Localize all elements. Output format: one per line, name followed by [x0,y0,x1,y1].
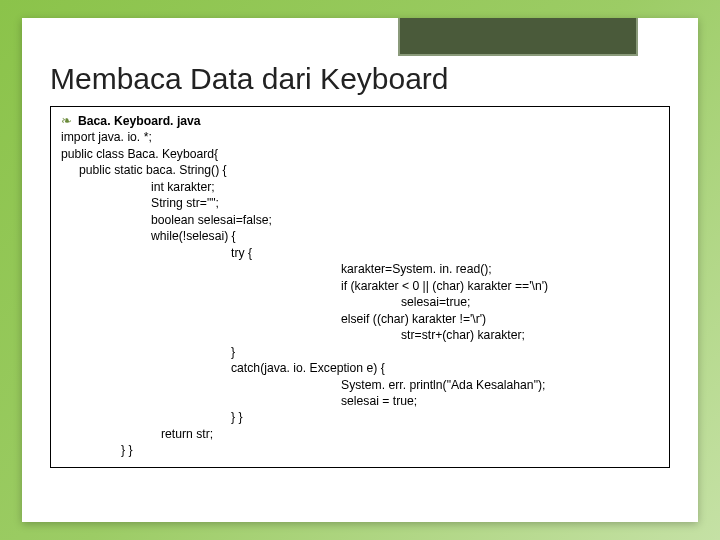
code-line: String str=""; [61,195,659,211]
content-box: ❧ Baca. Keyboard. java import java. io. … [50,106,670,468]
code-line: karakter=System. in. read(); [61,261,659,277]
code-line: } [61,344,659,360]
code-line: if (karakter < 0 || (char) karakter =='\… [61,278,659,294]
code-line: } } [61,409,659,425]
slide-title: Membaca Data dari Keyboard [50,62,670,96]
code-line: public static baca. String() { [61,162,659,178]
slide-card: Membaca Data dari Keyboard ❧ Baca. Keybo… [22,18,698,522]
code-line: return str; [61,426,659,442]
code-line: import java. io. *; [61,129,659,145]
code-line: selesai = true; [61,393,659,409]
code-line: public class Baca. Keyboard{ [61,146,659,162]
code-line: System. err. println("Ada Kesalahan"); [61,377,659,393]
code-line: str=str+(char) karakter; [61,327,659,343]
leaf-icon: ❧ [61,114,72,127]
code-line: catch(java. io. Exception e) { [61,360,659,376]
code-line: selesai=true; [61,294,659,310]
code-line: try { [61,245,659,261]
code-line: } } [61,442,659,458]
accent-box [398,18,638,56]
code-filename: Baca. Keyboard. java [78,113,201,129]
code-line: elseif ((char) karakter !='\r') [61,311,659,327]
code-line: int karakter; [61,179,659,195]
code-line: while(!selesai) { [61,228,659,244]
code-line: boolean selesai=false; [61,212,659,228]
bullet-row: ❧ Baca. Keyboard. java [61,113,659,129]
